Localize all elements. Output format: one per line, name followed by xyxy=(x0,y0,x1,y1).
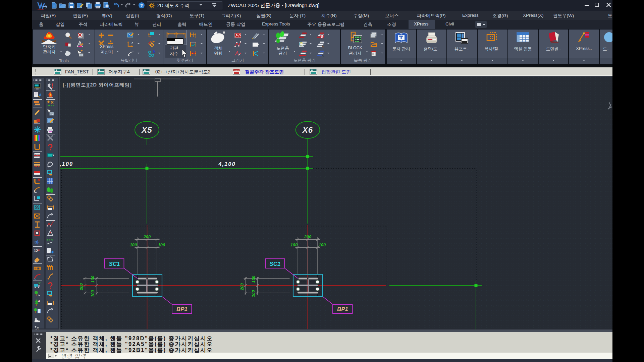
svg-text:100: 100 xyxy=(91,276,95,283)
svg-text:100: 100 xyxy=(158,242,165,247)
svg-text:3: 3 xyxy=(38,248,40,251)
svg-text:[-][평면도][2D 와이어프레임]: [-][평면도][2D 와이어프레임] xyxy=(63,82,132,87)
svg-text:BP1: BP1 xyxy=(176,306,187,312)
svg-text:200: 200 xyxy=(304,234,312,239)
svg-text:z: z xyxy=(131,41,133,45)
svg-text:DWG: DWG xyxy=(234,69,238,71)
svg-text:X6: X6 xyxy=(302,125,313,134)
svg-text:100: 100 xyxy=(91,290,95,297)
svg-text:SC1: SC1 xyxy=(269,261,280,267)
svg-text:BP1: BP1 xyxy=(337,306,348,312)
svg-text:1:1.5: 1:1.5 xyxy=(47,239,53,242)
svg-text:4,100: 4,100 xyxy=(218,161,235,167)
svg-text:200: 200 xyxy=(240,283,245,291)
svg-text:A: A xyxy=(39,93,41,97)
svg-text:100: 100 xyxy=(130,242,137,247)
svg-text:X5: X5 xyxy=(141,125,152,134)
svg-text:,100: ,100 xyxy=(60,161,73,167)
svg-text:100: 100 xyxy=(251,276,256,283)
svg-text:200: 200 xyxy=(79,283,84,291)
svg-text:?: ? xyxy=(140,3,143,8)
svg-text:SC1: SC1 xyxy=(109,261,120,267)
svg-text:200: 200 xyxy=(143,234,151,239)
svg-text:100: 100 xyxy=(251,290,256,297)
svg-text:100: 100 xyxy=(290,242,298,247)
svg-text:100: 100 xyxy=(319,242,326,247)
svg-text:M: M xyxy=(153,50,155,53)
svg-text:바: 바 xyxy=(35,240,39,245)
svg-text:12: 12 xyxy=(34,249,38,253)
